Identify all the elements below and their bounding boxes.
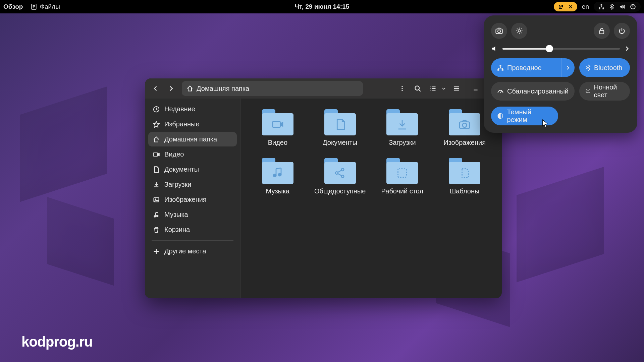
folder-item[interactable]: Шаблоны bbox=[436, 158, 493, 195]
toggle-night-light[interactable]: Ночной свет bbox=[579, 82, 630, 101]
svg-point-32 bbox=[587, 90, 589, 93]
volume-icon bbox=[491, 45, 498, 52]
toggle-label: Ночной свет bbox=[594, 83, 624, 99]
view-dropdown-button[interactable] bbox=[440, 82, 447, 95]
search-button[interactable] bbox=[412, 82, 424, 95]
svg-rect-2 bbox=[599, 8, 600, 9]
svg-point-8 bbox=[415, 86, 420, 90]
svg-rect-11 bbox=[153, 153, 158, 156]
chevron-right-icon bbox=[168, 85, 174, 92]
folder-label: Загрузки bbox=[389, 139, 416, 146]
chevron-left-icon bbox=[152, 85, 159, 92]
clock[interactable]: Чт, 29 июня 14:15 bbox=[295, 3, 350, 10]
speedometer-icon bbox=[497, 88, 504, 95]
folder-item[interactable]: Документы bbox=[312, 109, 369, 146]
svg-rect-28 bbox=[600, 31, 604, 34]
svg-point-21 bbox=[335, 172, 338, 174]
svg-rect-3 bbox=[602, 8, 604, 9]
folder-item[interactable]: Рабочий стол bbox=[374, 158, 431, 195]
sidebar-item-label: Загрузки bbox=[164, 181, 192, 188]
folder-item[interactable]: Общедоступные bbox=[312, 158, 369, 195]
folder-icon bbox=[262, 109, 293, 135]
activities-button[interactable]: Обзор bbox=[3, 3, 23, 10]
sidebar-item-label: Изображения bbox=[164, 196, 207, 203]
svg-point-5 bbox=[401, 86, 403, 87]
sidebar-item-download[interactable]: Загрузки bbox=[148, 177, 237, 192]
svg-point-18 bbox=[463, 123, 467, 127]
svg-rect-24 bbox=[398, 169, 407, 177]
video-icon bbox=[153, 151, 160, 158]
sidebar-item-home[interactable]: Домашняя папка bbox=[148, 132, 237, 146]
toggle-submenu-button[interactable] bbox=[561, 58, 575, 77]
folder-label: Видео bbox=[268, 139, 287, 146]
folder-item[interactable]: Музыка bbox=[249, 158, 306, 195]
folder-item[interactable]: Загрузки bbox=[374, 109, 431, 146]
star-icon bbox=[153, 121, 160, 128]
folder-icon bbox=[449, 109, 480, 135]
sidebar-item-image[interactable]: Изображения bbox=[148, 192, 237, 207]
svg-point-15 bbox=[157, 215, 158, 217]
nav-back-button[interactable] bbox=[150, 82, 162, 95]
path-menu-button[interactable] bbox=[396, 82, 408, 95]
toggle-wired[interactable]: Проводное bbox=[491, 58, 575, 77]
path-bar[interactable]: Домашняя папка bbox=[182, 81, 363, 96]
close-icon bbox=[568, 4, 573, 9]
sidebar-item-clock[interactable]: Недавние bbox=[148, 102, 237, 116]
minimize-button[interactable] bbox=[470, 82, 482, 95]
slider-thumb[interactable] bbox=[546, 45, 553, 52]
chevron-right-icon[interactable] bbox=[624, 46, 630, 52]
toggle-label: Темный режим bbox=[507, 108, 552, 124]
quick-settings-panel: Проводное Bluetooth Сбалансированный Ноч… bbox=[484, 15, 637, 133]
toggle-power-profile[interactable]: Сбалансированный bbox=[491, 82, 575, 101]
svg-rect-16 bbox=[273, 121, 280, 127]
sidebar-item-video[interactable]: Видео bbox=[148, 147, 237, 162]
gear-icon bbox=[516, 27, 523, 35]
toggle-dark-mode[interactable]: Темный режим bbox=[491, 107, 558, 125]
sidebar-item-label: Корзина bbox=[164, 226, 190, 234]
wallpaper-shape bbox=[20, 86, 107, 202]
folder-item[interactable]: Видео bbox=[249, 109, 306, 146]
sidebar-item-doc[interactable]: Документы bbox=[148, 162, 237, 177]
folder-label: Изображения bbox=[443, 139, 486, 146]
folder-icon bbox=[324, 158, 356, 184]
nav-forward-button[interactable] bbox=[165, 82, 177, 95]
notification-pill[interactable] bbox=[554, 2, 577, 11]
sidebar-item-trash[interactable]: Корзина bbox=[148, 223, 237, 237]
focused-app-menu[interactable]: Файлы bbox=[31, 3, 60, 10]
screenshot-button[interactable] bbox=[491, 23, 507, 39]
power-menu-button[interactable] bbox=[614, 23, 630, 39]
sidebar-item-label: Недавние bbox=[164, 105, 195, 113]
svg-rect-1 bbox=[601, 4, 602, 6]
folder-label: Документы bbox=[323, 139, 357, 146]
chevron-right-icon bbox=[565, 65, 571, 70]
lock-button[interactable] bbox=[594, 23, 610, 39]
dark-mode-icon bbox=[497, 113, 503, 119]
network-wired-icon bbox=[598, 4, 604, 10]
toggle-bluetooth[interactable]: Bluetooth bbox=[579, 58, 630, 77]
top-bar: Обзор Файлы Чт, 29 июня 14:15 en bbox=[0, 0, 644, 13]
keyboard-layout[interactable]: en bbox=[582, 3, 589, 10]
bluetooth-icon bbox=[585, 64, 591, 71]
view-list-button[interactable] bbox=[427, 82, 439, 95]
power-icon bbox=[630, 4, 636, 10]
volume-icon bbox=[619, 4, 625, 10]
svg-point-20 bbox=[278, 173, 281, 176]
sidebar-item-label: Видео bbox=[164, 150, 184, 158]
external-link-icon bbox=[558, 4, 564, 9]
list-icon bbox=[430, 85, 436, 92]
sidebar-item-label: Избранные bbox=[164, 120, 200, 128]
system-tray[interactable] bbox=[594, 2, 641, 12]
sidebar-item-label: Документы bbox=[164, 166, 199, 173]
plus-icon bbox=[153, 248, 160, 255]
slider-track[interactable] bbox=[502, 48, 620, 50]
svg-rect-29 bbox=[500, 65, 501, 66]
sidebar-item-music[interactable]: Музыка bbox=[148, 207, 237, 222]
sidebar-item-star[interactable]: Избранные bbox=[148, 117, 237, 131]
home-icon bbox=[153, 136, 160, 143]
settings-button[interactable] bbox=[511, 23, 527, 39]
hamburger-menu-button[interactable] bbox=[450, 82, 463, 95]
folder-icon bbox=[324, 109, 356, 135]
sidebar-item-other-places[interactable]: Другие места bbox=[148, 244, 237, 258]
file-manager-window: Домашняя папка НедавниеИзбранныеД bbox=[145, 78, 502, 298]
volume-slider[interactable] bbox=[491, 45, 630, 52]
